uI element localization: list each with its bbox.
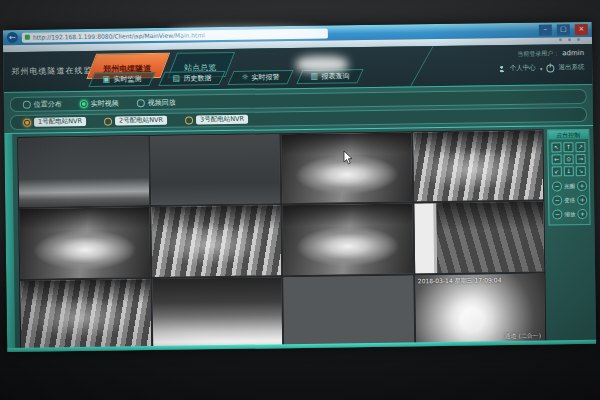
nvr-label: 1号配电站NVR [34, 117, 86, 127]
photo-background: ← http://192.168.1.199:8080/Client/jsp/M… [0, 0, 600, 400]
ptz-arrow-button[interactable]: ↗ [575, 142, 585, 152]
header-toolbar: 实时监测 历史数据 实时报警 报表查询 [91, 69, 360, 87]
browser-menu-dot-icon[interactable] [577, 38, 580, 41]
radio-label: 实时视频 [91, 98, 119, 108]
profile-link[interactable]: 个人中心 [510, 64, 536, 73]
ptz-adjust-row: − 变倍 + [549, 193, 589, 208]
username: admin [562, 49, 584, 57]
back-arrow-icon: ← [9, 33, 16, 42]
camera-tile[interactable] [282, 204, 412, 275]
camera-feed [20, 279, 150, 350]
ptz-arrow-button[interactable]: ↖ [551, 142, 561, 152]
nvr-label: 2号配电站NVR [115, 116, 167, 126]
power-icon [546, 64, 554, 72]
radio-label: 视频回放 [148, 97, 176, 107]
minimize-button[interactable]: – [539, 24, 552, 35]
logout-link[interactable]: 退出系统 [558, 63, 584, 72]
toolbar-item[interactable]: 实时报警 [227, 70, 293, 85]
ptz-arrow-button[interactable]: ↙ [552, 166, 562, 176]
mouse-cursor [343, 150, 353, 165]
ptz-adjust-label: 缩放 [564, 211, 575, 218]
ptz-arrow-button[interactable]: ↑ [563, 142, 573, 152]
camera-feed [19, 207, 149, 278]
camera-feed [282, 204, 412, 275]
ptz-arrow-button[interactable]: ⊙ [564, 154, 574, 164]
nvr-radio[interactable]: 2号配电站NVR [104, 116, 167, 126]
camera-tile[interactable] [150, 134, 280, 205]
ptz-minus-button[interactable]: − [552, 195, 562, 205]
url-text: http://192.168.1.199:8080/Client/jsp/Mai… [33, 31, 205, 40]
radio-dot-icon [23, 118, 31, 126]
main-content: 2018-03-14 星期三 17:09:04 通道 (二合一) 云台控制 ↖↑… [4, 125, 596, 352]
ptz-minus-button[interactable]: − [552, 209, 562, 219]
toolbar-icon [102, 75, 110, 85]
toolbar-item[interactable]: 实时监测 [88, 72, 155, 87]
camera-tile[interactable] [414, 202, 544, 273]
ptz-adjust-row: − 缩放 + [549, 207, 589, 222]
radio-dot-icon [137, 99, 145, 107]
maximize-button[interactable]: ▢ [557, 24, 570, 35]
camera-tile[interactable]: 2018-03-14 星期三 17:09:04 通道 (二合一) [415, 273, 545, 344]
camera-grid: 2018-03-14 星期三 17:09:04 通道 (二合一) [17, 130, 546, 351]
ptz-adjust-label: 变倍 [564, 197, 575, 204]
camera-tile[interactable] [152, 277, 282, 348]
ptz-plus-button[interactable]: + [577, 209, 587, 219]
toolbar-icon [311, 72, 319, 82]
browser-menu-dot-icon[interactable] [559, 38, 562, 41]
camera-tile[interactable] [413, 131, 543, 202]
toolbar-item-label: 报表查询 [321, 71, 349, 81]
app-page: 郑州电缆隧道在线监测 郑州电缆隧道 站点总览 实时监测 [3, 44, 596, 352]
ptz-adjust-label: 光圈 [564, 183, 575, 190]
ptz-arrow-button[interactable]: ↓ [564, 166, 574, 176]
ptz-arrow-button[interactable]: → [576, 154, 586, 164]
camera-tile[interactable] [20, 279, 150, 350]
browser-back-button[interactable]: ← [7, 32, 18, 43]
header-divider-line [410, 46, 456, 87]
login-label: 当前登录用户： [517, 49, 559, 57]
ptz-arrow-button[interactable]: ← [552, 154, 562, 164]
camera-feed [281, 132, 411, 203]
camera-feed [152, 277, 282, 348]
camera-feed [414, 202, 544, 273]
camera-tile[interactable] [281, 132, 411, 203]
view-mode-radio[interactable]: 实时视频 [80, 98, 119, 109]
camera-timestamp: 2018-03-14 星期三 17:09:04 [418, 276, 502, 286]
radio-dot-icon [185, 116, 193, 124]
radio-label: 位置分布 [34, 99, 62, 109]
ptz-control-panel: 云台控制 ↖↑↗←⊙→↙↓↘ − 光圈 + − 变倍 [547, 129, 590, 226]
close-button[interactable]: × [575, 24, 588, 35]
toolbar-item[interactable]: 历史数据 [158, 71, 225, 86]
camera-feed [413, 131, 543, 202]
camera-feed [283, 275, 413, 346]
camera-tile[interactable] [283, 275, 413, 346]
person-icon [499, 65, 506, 72]
ptz-arrow-pad: ↖↑↗←⊙→↙↓↘ [548, 139, 589, 180]
site-security-icon [25, 35, 30, 40]
camera-feed [150, 134, 280, 205]
browser-menu-dot-icon[interactable] [568, 38, 571, 41]
ptz-adjust-rows: − 光圈 + − 变倍 + − 缩放 + [549, 179, 590, 222]
titlebar-spacer [332, 30, 534, 33]
user-actions: 个人中心 ▾ 退出系统 [499, 63, 585, 73]
radio-dot-icon [80, 99, 88, 107]
nvr-radio[interactable]: 1号配电站NVR [23, 117, 86, 127]
radio-dot-icon [23, 100, 31, 108]
view-mode-radio[interactable]: 视频回放 [137, 97, 176, 108]
user-panel: 当前登录用户：admin 个人中心 ▾ 退出系统 [499, 49, 585, 73]
camera-feed [18, 136, 148, 207]
nvr-radio[interactable]: 3号配电站NVR [185, 115, 248, 125]
login-status: 当前登录用户：admin [499, 49, 585, 59]
toolbar-item-label: 实时报警 [252, 72, 280, 82]
ptz-minus-button[interactable]: − [552, 181, 562, 191]
camera-tile[interactable] [151, 206, 281, 277]
camera-tile[interactable] [18, 136, 148, 207]
toolbar-item[interactable]: 报表查询 [297, 69, 364, 84]
nvr-label: 3号配电站NVR [196, 115, 248, 125]
toolbar-item-label: 实时监测 [113, 74, 141, 84]
ptz-arrow-button[interactable]: ↘ [576, 166, 586, 176]
ptz-plus-button[interactable]: + [577, 195, 587, 205]
ptz-plus-button[interactable]: + [577, 181, 587, 191]
toolbar-item-label: 历史数据 [183, 73, 211, 83]
view-mode-radio[interactable]: 位置分布 [23, 99, 62, 110]
camera-tile[interactable] [19, 207, 149, 278]
